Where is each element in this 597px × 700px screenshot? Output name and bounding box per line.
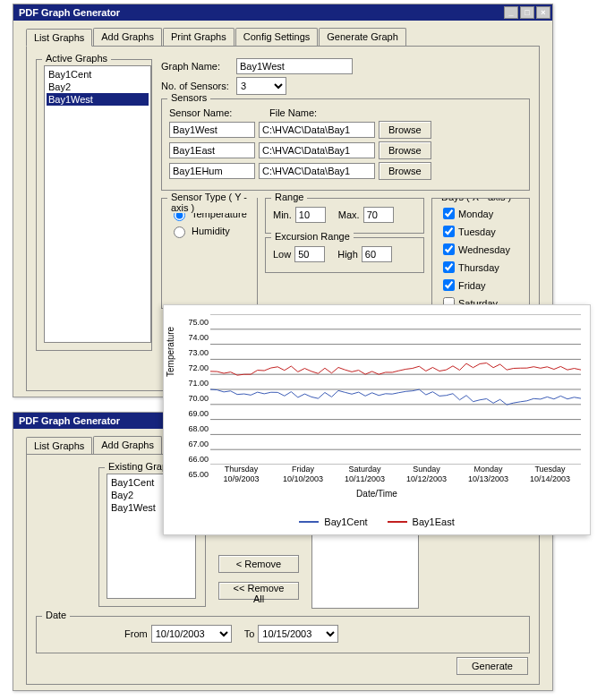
day-checkbox[interactable]: Tuesday xyxy=(439,223,522,240)
tab-add-graphs[interactable]: Add Graphs xyxy=(93,436,162,454)
num-sensors-select[interactable]: 3 xyxy=(236,77,286,95)
chart-xlabel: Date/Time xyxy=(164,489,590,499)
sensor-name-input[interactable] xyxy=(169,122,255,138)
chart-legend: Bay1CentBay1East xyxy=(164,516,590,527)
y-tick: 67.00 xyxy=(185,440,209,448)
list-item[interactable]: Bay1West xyxy=(47,93,149,106)
excursion-low-label: Low xyxy=(273,249,291,260)
sensor-name-header: Sensor Name: xyxy=(169,107,260,118)
day-checkbox[interactable]: Monday xyxy=(439,205,522,222)
chart-ylabel: Temperature xyxy=(166,327,175,377)
minimize-icon[interactable]: _ xyxy=(504,6,518,19)
x-tick: Sunday10/12/2003 xyxy=(396,465,457,488)
y-tick: 74.00 xyxy=(185,333,209,342)
y-tick: 65.00 xyxy=(185,470,209,479)
range-legend: Range xyxy=(271,192,307,202)
chart-x-axis: Thursday10/9/2003Friday10/10/2003Saturda… xyxy=(210,465,581,488)
list-item[interactable]: Bay1Cent xyxy=(47,68,149,81)
num-sensors-label: No. of Sensors: xyxy=(161,81,233,91)
tab-config-settings[interactable]: Config Settings xyxy=(235,28,319,46)
sensors-legend: Sensors xyxy=(167,92,210,103)
y-tick: 70.00 xyxy=(185,394,209,403)
x-tick: Monday10/13/2003 xyxy=(457,465,519,488)
date-from-label: From xyxy=(124,628,148,639)
y-tick: 69.00 xyxy=(185,409,209,418)
browse-button[interactable]: Browse xyxy=(379,141,431,159)
browse-button[interactable]: Browse xyxy=(379,121,431,139)
excursion-legend: Excursion Range xyxy=(271,231,354,242)
y-tick: 68.00 xyxy=(185,424,209,433)
y-tick: 66.00 xyxy=(185,455,209,464)
excursion-low-input[interactable] xyxy=(294,246,325,262)
range-min-label: Min. xyxy=(273,209,292,220)
y-tick: 71.00 xyxy=(185,379,209,388)
sensor-file-input[interactable] xyxy=(259,122,375,138)
excursion-high-label: High xyxy=(337,249,358,260)
chart-y-axis: 65.0066.0067.0068.0069.0070.0071.0072.00… xyxy=(187,314,210,465)
x-tick: Friday10/10/2003 xyxy=(272,465,334,488)
days-legend: Days ( X - axis ) xyxy=(438,198,515,202)
legend-entry: Bay1East xyxy=(388,516,455,527)
range-max-input[interactable] xyxy=(363,207,394,223)
file-name-header: File Name: xyxy=(269,107,317,118)
active-graphs-legend: Active Graphs xyxy=(42,53,111,64)
y-tick: 75.00 xyxy=(185,318,209,327)
titlebar: PDF Graph Generator _ □ × xyxy=(13,4,552,21)
maximize-icon[interactable]: □ xyxy=(520,6,534,19)
tab-list-graphs[interactable]: List Graphs xyxy=(26,437,92,455)
sensor-type-legend: Sensor Type ( Y - axis ) xyxy=(167,192,257,213)
y-tick: 73.00 xyxy=(185,348,209,357)
tab-add-graphs[interactable]: Add Graphs xyxy=(93,28,162,46)
chart-plot-area xyxy=(210,314,581,465)
day-checkbox[interactable]: Friday xyxy=(439,277,522,294)
date-legend: Date xyxy=(42,610,70,620)
day-checkbox[interactable]: Wednesday xyxy=(439,241,522,258)
date-to-select[interactable]: 10/15/2003 xyxy=(258,625,338,643)
remove-all-button[interactable]: << Remove All xyxy=(218,582,299,600)
range-min-input[interactable] xyxy=(295,207,326,223)
generate-button[interactable]: Generate xyxy=(456,657,528,675)
tab-row: List GraphsAdd GraphsPrint GraphsConfig … xyxy=(13,21,552,46)
date-from-select[interactable]: 10/10/2003 xyxy=(151,625,232,643)
day-checkbox[interactable]: Thursday xyxy=(439,259,522,276)
close-icon[interactable]: × xyxy=(536,6,550,19)
tab-list-graphs[interactable]: List Graphs xyxy=(26,29,92,47)
excursion-high-input[interactable] xyxy=(362,246,392,262)
graph-name-label: Graph Name: xyxy=(161,61,233,72)
sensor-name-input[interactable] xyxy=(169,163,255,179)
sensor-file-input[interactable] xyxy=(259,163,375,179)
x-tick: Tuesday10/14/2003 xyxy=(519,465,581,488)
chart-panel: Temperature 65.0066.0067.0068.0069.0070.… xyxy=(163,304,591,535)
x-tick: Saturday10/11/2003 xyxy=(334,465,396,488)
y-tick: 72.00 xyxy=(185,363,209,372)
window-title-2: PDF Graph Generator xyxy=(19,415,120,426)
tab-generate-graph[interactable]: Generate Graph xyxy=(319,28,406,46)
date-to-label: To xyxy=(244,628,255,639)
remove-button[interactable]: < Remove xyxy=(218,555,299,573)
sensor-file-input[interactable] xyxy=(259,142,375,158)
browse-button[interactable]: Browse xyxy=(379,162,431,180)
legend-entry: Bay1Cent xyxy=(299,516,367,527)
tab-print-graphs[interactable]: Print Graphs xyxy=(163,28,235,46)
radio-humidity[interactable]: Humidity xyxy=(169,224,250,238)
x-tick: Thursday10/9/2003 xyxy=(210,465,272,488)
sensor-name-input[interactable] xyxy=(169,142,255,158)
range-max-label: Max. xyxy=(338,209,360,220)
list-item[interactable]: Bay2 xyxy=(47,81,149,93)
window-title: PDF Graph Generator xyxy=(19,7,120,18)
active-graphs-list[interactable]: Bay1CentBay2Bay1West xyxy=(44,65,151,343)
graph-name-input[interactable] xyxy=(236,58,353,74)
